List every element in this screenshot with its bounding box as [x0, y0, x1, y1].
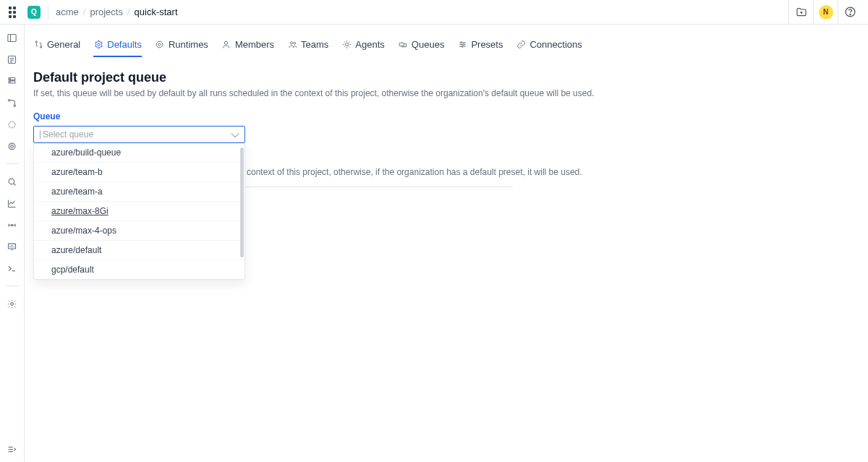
svg-point-1: [850, 14, 851, 14]
svg-point-14: [9, 121, 15, 128]
divider: [48, 5, 48, 20]
svg-point-21: [12, 224, 13, 226]
gear-icon: [93, 40, 103, 50]
breadcrumb-sep: /: [127, 7, 130, 17]
panel-icon[interactable]: [7, 32, 18, 43]
gear-icon[interactable]: [7, 298, 18, 309]
queue-option[interactable]: azure/max-4-ops: [34, 221, 244, 241]
tab-agents[interactable]: Agents: [341, 36, 384, 57]
help-icon[interactable]: [838, 0, 862, 25]
queue-dropdown: azure/build-queueazure/team-bazure/team-…: [33, 143, 245, 280]
svg-point-35: [225, 41, 228, 44]
cube-icon[interactable]: [7, 119, 18, 130]
queue-option[interactable]: azure/max-8Gi: [34, 202, 244, 221]
people-icon: [287, 40, 297, 50]
tab-general[interactable]: General: [33, 36, 80, 57]
folder-icon[interactable]: [788, 0, 813, 25]
tab-label: General: [47, 39, 80, 50]
svg-point-17: [9, 179, 14, 184]
svg-point-33: [157, 41, 163, 48]
agent-icon: [341, 40, 352, 50]
svg-point-32: [98, 43, 100, 46]
target-icon[interactable]: [7, 140, 18, 152]
tab-label: Teams: [301, 39, 328, 50]
breadcrumb-section[interactable]: projects: [90, 7, 123, 17]
scrollbar[interactable]: [240, 147, 244, 257]
svg-point-12: [9, 99, 11, 101]
queue-option[interactable]: gcp/default: [34, 260, 244, 279]
tab-label: Presets: [471, 39, 503, 50]
project-chip[interactable]: Q: [27, 6, 41, 19]
tab-members[interactable]: Members: [221, 36, 274, 57]
svg-rect-2: [8, 34, 16, 41]
tab-label: Agents: [355, 39, 384, 50]
preset-description-partial: context of this project, otherwise, if t…: [245, 167, 859, 177]
broadcast-icon[interactable]: [7, 219, 18, 231]
tab-defaults[interactable]: Defaults: [93, 36, 142, 57]
queue-option[interactable]: azure/team-b: [34, 163, 244, 182]
sidebar-divider: [5, 286, 20, 286]
sidebar: [0, 25, 25, 462]
link-icon: [516, 40, 526, 50]
list-icon[interactable]: [7, 54, 18, 65]
presentation-icon[interactable]: [7, 241, 18, 252]
tab-presets[interactable]: Presets: [457, 36, 503, 57]
page-description: If set, this queue will be used by defau…: [33, 88, 859, 98]
svg-point-10: [10, 78, 11, 79]
queue-option[interactable]: azure/default: [34, 241, 244, 260]
tab-label: Defaults: [107, 39, 142, 50]
svg-point-38: [345, 43, 348, 46]
breadcrumb-org[interactable]: acme: [56, 7, 79, 17]
svg-point-15: [9, 143, 15, 150]
general-icon: [33, 40, 43, 50]
tab-teams[interactable]: Teams: [287, 36, 328, 57]
text-cursor: [40, 130, 41, 139]
svg-point-28: [11, 302, 14, 305]
svg-point-37: [293, 43, 295, 45]
svg-point-34: [158, 43, 161, 46]
expand-icon[interactable]: [7, 443, 18, 455]
user-avatar[interactable]: N: [813, 0, 838, 25]
tab-label: Connections: [529, 39, 582, 50]
queue-placeholder: Select queue: [43, 129, 93, 140]
queue-icon: [398, 40, 408, 50]
avatar-initial: N: [819, 5, 833, 20]
queue-field-label: Queue: [33, 111, 859, 121]
tab-label: Queues: [412, 39, 445, 50]
svg-rect-39: [400, 43, 405, 46]
svg-point-36: [290, 42, 292, 44]
tab-connections[interactable]: Connections: [516, 36, 582, 57]
flow-icon[interactable]: [7, 97, 18, 108]
sidebar-divider: [5, 163, 20, 164]
tab-queues[interactable]: Queues: [398, 36, 445, 57]
queue-option[interactable]: azure/team-a: [34, 182, 244, 202]
svg-point-13: [14, 105, 16, 107]
terminal-icon[interactable]: [7, 262, 18, 274]
tabs: General Defaults Runtimes Members Teams …: [33, 36, 859, 57]
svg-point-16: [11, 145, 14, 147]
svg-point-43: [461, 42, 462, 43]
queue-select[interactable]: Select queue: [33, 126, 245, 143]
tab-label: Runtimes: [169, 39, 208, 50]
svg-point-44: [463, 43, 464, 45]
queue-option[interactable]: azure/build-queue: [34, 143, 244, 163]
svg-point-11: [10, 82, 11, 82]
svg-line-18: [14, 183, 16, 185]
page-title: Default project queue: [33, 70, 859, 85]
svg-point-45: [461, 46, 463, 47]
chart-icon[interactable]: [7, 197, 18, 209]
target-icon: [155, 40, 165, 50]
app-menu-icon[interactable]: [9, 7, 20, 18]
search-icon[interactable]: [7, 176, 18, 187]
stack-icon[interactable]: [7, 75, 18, 87]
sliders-icon: [457, 40, 467, 50]
breadcrumb: acme / projects / quick-start: [56, 7, 178, 17]
tab-runtimes[interactable]: Runtimes: [155, 36, 208, 57]
tab-label: Members: [235, 39, 274, 50]
breadcrumb-current: quick-start: [135, 7, 178, 17]
person-icon: [221, 40, 231, 50]
breadcrumb-sep: /: [83, 7, 86, 17]
